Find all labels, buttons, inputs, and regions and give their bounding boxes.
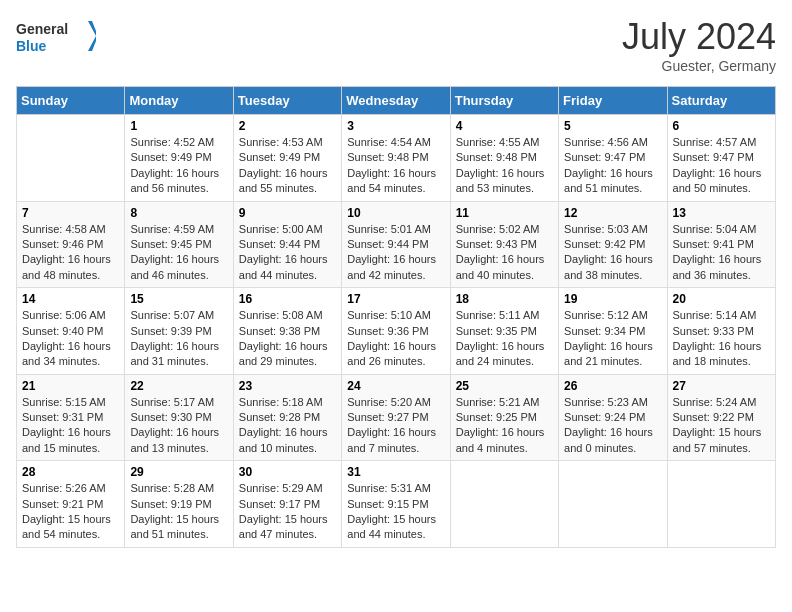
day-info: Sunrise: 5:20 AM Sunset: 9:27 PM Dayligh… bbox=[347, 395, 444, 457]
weekday-header: Saturday bbox=[667, 87, 775, 115]
day-number: 12 bbox=[564, 206, 661, 220]
day-info: Sunrise: 4:56 AM Sunset: 9:47 PM Dayligh… bbox=[564, 135, 661, 197]
calendar-cell: 24Sunrise: 5:20 AM Sunset: 9:27 PM Dayli… bbox=[342, 374, 450, 461]
day-info: Sunrise: 5:02 AM Sunset: 9:43 PM Dayligh… bbox=[456, 222, 553, 284]
day-info: Sunrise: 4:53 AM Sunset: 9:49 PM Dayligh… bbox=[239, 135, 336, 197]
calendar-cell: 26Sunrise: 5:23 AM Sunset: 9:24 PM Dayli… bbox=[559, 374, 667, 461]
day-info: Sunrise: 5:26 AM Sunset: 9:21 PM Dayligh… bbox=[22, 481, 119, 543]
calendar-cell: 3Sunrise: 4:54 AM Sunset: 9:48 PM Daylig… bbox=[342, 115, 450, 202]
month-title: July 2024 bbox=[622, 16, 776, 58]
day-number: 16 bbox=[239, 292, 336, 306]
calendar-cell: 20Sunrise: 5:14 AM Sunset: 9:33 PM Dayli… bbox=[667, 288, 775, 375]
day-info: Sunrise: 5:06 AM Sunset: 9:40 PM Dayligh… bbox=[22, 308, 119, 370]
day-info: Sunrise: 5:14 AM Sunset: 9:33 PM Dayligh… bbox=[673, 308, 770, 370]
day-info: Sunrise: 5:07 AM Sunset: 9:39 PM Dayligh… bbox=[130, 308, 227, 370]
day-info: Sunrise: 5:04 AM Sunset: 9:41 PM Dayligh… bbox=[673, 222, 770, 284]
calendar-week-row: 14Sunrise: 5:06 AM Sunset: 9:40 PM Dayli… bbox=[17, 288, 776, 375]
day-info: Sunrise: 5:01 AM Sunset: 9:44 PM Dayligh… bbox=[347, 222, 444, 284]
calendar-week-row: 1Sunrise: 4:52 AM Sunset: 9:49 PM Daylig… bbox=[17, 115, 776, 202]
svg-text:Blue: Blue bbox=[16, 38, 47, 54]
calendar-cell: 11Sunrise: 5:02 AM Sunset: 9:43 PM Dayli… bbox=[450, 201, 558, 288]
calendar-cell: 28Sunrise: 5:26 AM Sunset: 9:21 PM Dayli… bbox=[17, 461, 125, 548]
calendar-cell: 23Sunrise: 5:18 AM Sunset: 9:28 PM Dayli… bbox=[233, 374, 341, 461]
day-number: 10 bbox=[347, 206, 444, 220]
day-info: Sunrise: 5:21 AM Sunset: 9:25 PM Dayligh… bbox=[456, 395, 553, 457]
weekday-header: Monday bbox=[125, 87, 233, 115]
day-info: Sunrise: 5:31 AM Sunset: 9:15 PM Dayligh… bbox=[347, 481, 444, 543]
calendar-cell: 2Sunrise: 4:53 AM Sunset: 9:49 PM Daylig… bbox=[233, 115, 341, 202]
day-number: 26 bbox=[564, 379, 661, 393]
calendar-cell: 19Sunrise: 5:12 AM Sunset: 9:34 PM Dayli… bbox=[559, 288, 667, 375]
day-number: 9 bbox=[239, 206, 336, 220]
day-number: 8 bbox=[130, 206, 227, 220]
calendar-cell: 30Sunrise: 5:29 AM Sunset: 9:17 PM Dayli… bbox=[233, 461, 341, 548]
calendar-cell: 5Sunrise: 4:56 AM Sunset: 9:47 PM Daylig… bbox=[559, 115, 667, 202]
day-number: 13 bbox=[673, 206, 770, 220]
day-info: Sunrise: 4:54 AM Sunset: 9:48 PM Dayligh… bbox=[347, 135, 444, 197]
day-number: 3 bbox=[347, 119, 444, 133]
day-number: 19 bbox=[564, 292, 661, 306]
calendar-cell bbox=[667, 461, 775, 548]
day-number: 25 bbox=[456, 379, 553, 393]
calendar-cell: 22Sunrise: 5:17 AM Sunset: 9:30 PM Dayli… bbox=[125, 374, 233, 461]
day-number: 7 bbox=[22, 206, 119, 220]
day-number: 20 bbox=[673, 292, 770, 306]
day-info: Sunrise: 5:03 AM Sunset: 9:42 PM Dayligh… bbox=[564, 222, 661, 284]
day-info: Sunrise: 4:57 AM Sunset: 9:47 PM Dayligh… bbox=[673, 135, 770, 197]
day-number: 29 bbox=[130, 465, 227, 479]
day-number: 18 bbox=[456, 292, 553, 306]
calendar-cell: 25Sunrise: 5:21 AM Sunset: 9:25 PM Dayli… bbox=[450, 374, 558, 461]
day-number: 31 bbox=[347, 465, 444, 479]
day-number: 17 bbox=[347, 292, 444, 306]
calendar-cell: 10Sunrise: 5:01 AM Sunset: 9:44 PM Dayli… bbox=[342, 201, 450, 288]
calendar-cell: 8Sunrise: 4:59 AM Sunset: 9:45 PM Daylig… bbox=[125, 201, 233, 288]
calendar-table: SundayMondayTuesdayWednesdayThursdayFrid… bbox=[16, 86, 776, 548]
day-number: 6 bbox=[673, 119, 770, 133]
day-info: Sunrise: 5:18 AM Sunset: 9:28 PM Dayligh… bbox=[239, 395, 336, 457]
day-number: 23 bbox=[239, 379, 336, 393]
day-number: 1 bbox=[130, 119, 227, 133]
day-info: Sunrise: 5:00 AM Sunset: 9:44 PM Dayligh… bbox=[239, 222, 336, 284]
day-number: 27 bbox=[673, 379, 770, 393]
calendar-cell: 21Sunrise: 5:15 AM Sunset: 9:31 PM Dayli… bbox=[17, 374, 125, 461]
page-header: General Blue July 2024 Guester, Germany bbox=[16, 16, 776, 74]
calendar-cell: 7Sunrise: 4:58 AM Sunset: 9:46 PM Daylig… bbox=[17, 201, 125, 288]
calendar-cell: 15Sunrise: 5:07 AM Sunset: 9:39 PM Dayli… bbox=[125, 288, 233, 375]
logo-svg: General Blue bbox=[16, 16, 96, 56]
location: Guester, Germany bbox=[622, 58, 776, 74]
calendar-cell: 4Sunrise: 4:55 AM Sunset: 9:48 PM Daylig… bbox=[450, 115, 558, 202]
calendar-cell bbox=[559, 461, 667, 548]
day-info: Sunrise: 5:11 AM Sunset: 9:35 PM Dayligh… bbox=[456, 308, 553, 370]
logo: General Blue bbox=[16, 16, 96, 56]
title-block: July 2024 Guester, Germany bbox=[622, 16, 776, 74]
day-info: Sunrise: 4:59 AM Sunset: 9:45 PM Dayligh… bbox=[130, 222, 227, 284]
calendar-cell: 14Sunrise: 5:06 AM Sunset: 9:40 PM Dayli… bbox=[17, 288, 125, 375]
day-info: Sunrise: 5:28 AM Sunset: 9:19 PM Dayligh… bbox=[130, 481, 227, 543]
day-number: 28 bbox=[22, 465, 119, 479]
svg-text:General: General bbox=[16, 21, 68, 37]
calendar-cell: 29Sunrise: 5:28 AM Sunset: 9:19 PM Dayli… bbox=[125, 461, 233, 548]
calendar-cell: 17Sunrise: 5:10 AM Sunset: 9:36 PM Dayli… bbox=[342, 288, 450, 375]
weekday-header-row: SundayMondayTuesdayWednesdayThursdayFrid… bbox=[17, 87, 776, 115]
day-number: 24 bbox=[347, 379, 444, 393]
weekday-header: Tuesday bbox=[233, 87, 341, 115]
day-number: 5 bbox=[564, 119, 661, 133]
day-number: 22 bbox=[130, 379, 227, 393]
day-info: Sunrise: 4:55 AM Sunset: 9:48 PM Dayligh… bbox=[456, 135, 553, 197]
day-info: Sunrise: 5:08 AM Sunset: 9:38 PM Dayligh… bbox=[239, 308, 336, 370]
svg-marker-2 bbox=[88, 21, 96, 51]
day-number: 11 bbox=[456, 206, 553, 220]
weekday-header: Friday bbox=[559, 87, 667, 115]
calendar-cell: 12Sunrise: 5:03 AM Sunset: 9:42 PM Dayli… bbox=[559, 201, 667, 288]
day-info: Sunrise: 5:29 AM Sunset: 9:17 PM Dayligh… bbox=[239, 481, 336, 543]
weekday-header: Wednesday bbox=[342, 87, 450, 115]
day-number: 15 bbox=[130, 292, 227, 306]
day-number: 21 bbox=[22, 379, 119, 393]
day-info: Sunrise: 4:58 AM Sunset: 9:46 PM Dayligh… bbox=[22, 222, 119, 284]
calendar-week-row: 7Sunrise: 4:58 AM Sunset: 9:46 PM Daylig… bbox=[17, 201, 776, 288]
calendar-cell: 27Sunrise: 5:24 AM Sunset: 9:22 PM Dayli… bbox=[667, 374, 775, 461]
calendar-cell: 9Sunrise: 5:00 AM Sunset: 9:44 PM Daylig… bbox=[233, 201, 341, 288]
calendar-cell: 18Sunrise: 5:11 AM Sunset: 9:35 PM Dayli… bbox=[450, 288, 558, 375]
day-number: 4 bbox=[456, 119, 553, 133]
day-info: Sunrise: 5:24 AM Sunset: 9:22 PM Dayligh… bbox=[673, 395, 770, 457]
